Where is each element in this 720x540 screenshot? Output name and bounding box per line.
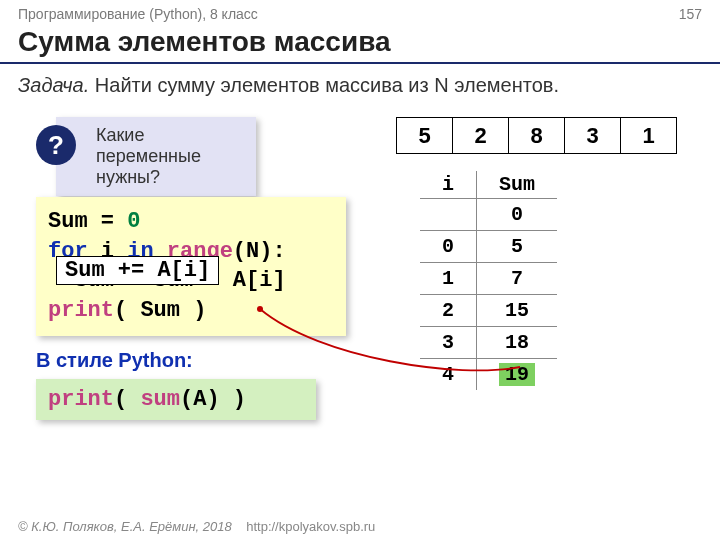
trace-i: 1 (420, 263, 477, 295)
footer: © К.Ю. Поляков, Е.А. Ерёмин, 2018 http:/… (18, 519, 375, 534)
array-cell: 8 (509, 118, 565, 154)
trace-i: 4 (420, 359, 477, 391)
array-cell: 2 (453, 118, 509, 154)
page-number: 157 (679, 6, 702, 22)
footer-url: http://kpolyakov.spb.ru (246, 519, 375, 534)
code-line-4: print( Sum ) (48, 296, 334, 326)
code-block-pythonic: print( sum(A) ) (36, 379, 316, 420)
trace-sum: 15 (477, 295, 558, 327)
task-body: Найти сумму элементов массива из N элеме… (89, 74, 559, 96)
trace-i: 3 (420, 327, 477, 359)
array-cell: 1 (621, 118, 677, 154)
question-mark-icon: ? (36, 125, 76, 165)
trace-sum: 5 (477, 231, 558, 263)
array-table: 5 2 8 3 1 (396, 117, 677, 154)
header-bar: Программирование (Python), 8 класс 157 (0, 0, 720, 26)
trace-sum: 19 (477, 359, 558, 391)
trace-head-i: i (420, 171, 477, 199)
task-text: Задача. Найти сумму элементов массива из… (0, 64, 720, 99)
trace-sum: 0 (477, 199, 558, 231)
code-patch: Sum += A[i] (56, 256, 219, 285)
question-text: Какие переменные нужны? (96, 125, 201, 187)
trace-sum: 18 (477, 327, 558, 359)
question-box: ? Какие переменные нужны? (56, 117, 256, 196)
array-cell: 5 (397, 118, 453, 154)
trace-sum: 7 (477, 263, 558, 295)
main-area: ? Какие переменные нужны? Sum = 0 for i … (0, 99, 720, 469)
trace-i (420, 199, 477, 231)
trace-head-sum: Sum (477, 171, 558, 199)
python-style-label: В стиле Python: (36, 349, 193, 372)
code-line-1: Sum = 0 (48, 207, 334, 237)
trace-table: i Sum 0 05 17 215 318 419 (420, 171, 557, 390)
page-title: Сумма элементов массива (0, 26, 720, 64)
trace-i: 2 (420, 295, 477, 327)
course-label: Программирование (Python), 8 класс (18, 6, 258, 22)
array-cell: 3 (565, 118, 621, 154)
task-label: Задача. (18, 74, 89, 96)
trace-i: 0 (420, 231, 477, 263)
footer-authors: © К.Ю. Поляков, Е.А. Ерёмин, 2018 (18, 519, 232, 534)
